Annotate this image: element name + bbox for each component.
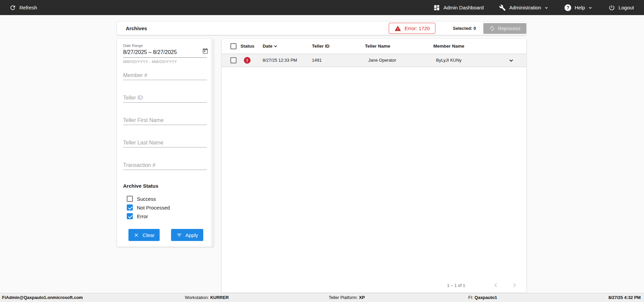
top-navigation-bar: Refresh Admin Dashboard Administration H… <box>0 0 644 15</box>
row-member-name: ByLyJI KUNy <box>436 54 462 67</box>
error-count-badge[interactable]: Error: 1720 <box>389 23 435 34</box>
page-title: Archives <box>126 25 147 31</box>
sidebar-scrollbar[interactable] <box>211 39 214 247</box>
table-row[interactable]: 8/27/25 12:33 PM 1491 Jane Operator ByLy… <box>222 54 526 67</box>
selected-count: Selected: 0 <box>453 26 476 31</box>
platform-value: XP <box>359 295 365 300</box>
pagination: 1 – 1 of 1 <box>447 282 518 289</box>
apply-button[interactable]: Apply <box>171 229 203 241</box>
column-header-status[interactable]: Status <box>240 39 254 54</box>
sort-desc-icon <box>273 43 278 49</box>
logout-label: Logout <box>619 5 634 10</box>
next-page-button[interactable] <box>511 282 518 289</box>
warning-icon <box>394 25 401 32</box>
clear-button[interactable]: Clear <box>128 229 160 241</box>
reprocess-icon <box>489 25 495 31</box>
calendar-picker-button[interactable] <box>202 48 209 55</box>
administration-label: Administration <box>509 5 541 10</box>
column-header-teller-name[interactable]: Teller Name <box>365 39 390 54</box>
column-header-member-name[interactable]: Member Name <box>433 39 464 54</box>
filter-panel: Date Range 8/27/2025 – 8/27/2025 MM/DD/Y… <box>117 39 214 247</box>
admin-dashboard-label: Admin Dashboard <box>443 5 484 10</box>
refresh-button[interactable]: Refresh <box>9 4 37 11</box>
teller-last-name-input[interactable] <box>123 138 207 147</box>
page-title-bar: Archives Error: 1720 Selected: 0 Reproce… <box>117 22 526 35</box>
checkbox-success[interactable]: Success <box>127 195 156 203</box>
fi-value: Qaxpauto1 <box>475 295 497 300</box>
member-number-input[interactable] <box>123 71 207 80</box>
error-status-icon <box>244 57 251 64</box>
topbar-right-group: Admin Dashboard Administration Help Logo… <box>433 4 634 11</box>
dashboard-icon <box>433 4 440 11</box>
table-header-row: Status Date Teller ID Teller Name Member… <box>222 39 526 54</box>
row-checkbox[interactable] <box>230 57 236 63</box>
fi-info: FI: Qaxpauto1 <box>468 293 497 302</box>
expand-row-icon[interactable] <box>507 57 515 64</box>
column-header-date[interactable]: Date <box>263 39 278 54</box>
current-datetime: 8/27/25 4:32 PM <box>608 293 641 302</box>
filter-icon <box>176 232 182 238</box>
row-date: 8/27/25 12:33 PM <box>263 54 297 67</box>
status-bar: FiAdmin@Qaxpauto1.onmicrosoft.com Workst… <box>0 293 644 302</box>
date-range-input[interactable]: 8/27/2025 – 8/27/2025 <box>123 48 207 58</box>
pagination-range: 1 – 1 of 1 <box>447 283 465 288</box>
app-root: Refresh Admin Dashboard Administration H… <box>0 0 644 302</box>
date-range-label: Date Range <box>123 44 143 48</box>
workstation-info: Workstation: KURRER <box>185 293 229 302</box>
row-teller-id: 1491 <box>312 54 322 67</box>
admin-dashboard-link[interactable]: Admin Dashboard <box>433 4 484 11</box>
teller-id-input[interactable] <box>123 94 207 103</box>
refresh-label: Refresh <box>19 5 37 10</box>
date-column-label: Date <box>263 44 272 49</box>
error-label: Error <box>137 214 148 219</box>
logout-button[interactable]: Logout <box>608 4 634 11</box>
archive-status-heading: Archive Status <box>123 183 158 189</box>
calendar-icon <box>202 48 209 54</box>
apply-label: Apply <box>185 232 198 238</box>
not-processed-label: Not Processed <box>137 205 170 210</box>
previous-page-button[interactable] <box>492 282 499 289</box>
help-menu[interactable]: Help <box>565 4 593 11</box>
chevron-down-icon <box>588 5 593 10</box>
not-processed-checkbox[interactable] <box>127 204 133 210</box>
refresh-icon <box>9 4 16 11</box>
wrench-icon <box>499 4 506 11</box>
reprocess-button[interactable]: Reprocess <box>483 23 526 34</box>
fi-label: FI: <box>468 295 473 300</box>
chevron-down-icon <box>544 5 549 10</box>
reprocess-label: Reprocess <box>498 26 521 31</box>
workstation-value: KURRER <box>210 295 229 300</box>
checkbox-not-processed[interactable]: Not Processed <box>127 203 170 212</box>
date-format-hint: MM/DD/YYYY - MM/DD/YYYY <box>123 60 177 64</box>
clear-label: Clear <box>143 232 155 238</box>
row-teller-name: Jane Operator <box>368 54 396 67</box>
logged-in-user: FiAdmin@Qaxpauto1.onmicrosoft.com <box>2 293 83 302</box>
teller-first-name-input[interactable] <box>123 116 207 125</box>
platform-label: Teller Platform: <box>329 295 358 300</box>
success-label: Success <box>137 196 156 202</box>
chevron-left-icon <box>492 282 499 289</box>
clear-icon <box>133 232 139 238</box>
workstation-label: Workstation: <box>185 295 209 300</box>
administration-menu[interactable]: Administration <box>499 4 549 11</box>
checkbox-error[interactable]: Error <box>127 212 148 220</box>
archives-table: Status Date Teller ID Teller Name Member… <box>222 39 526 293</box>
teller-platform-info: Teller Platform: XP <box>329 293 365 302</box>
chevron-right-icon <box>511 282 518 289</box>
column-header-teller-id[interactable]: Teller ID <box>312 39 329 54</box>
help-icon <box>565 4 571 11</box>
error-badge-label: Error: 1720 <box>405 25 430 31</box>
power-icon <box>608 4 615 11</box>
help-label: Help <box>575 5 585 10</box>
select-all-checkbox[interactable] <box>230 43 236 49</box>
success-checkbox[interactable] <box>127 196 133 202</box>
error-checkbox[interactable] <box>127 213 133 219</box>
transaction-number-input[interactable] <box>123 161 207 170</box>
